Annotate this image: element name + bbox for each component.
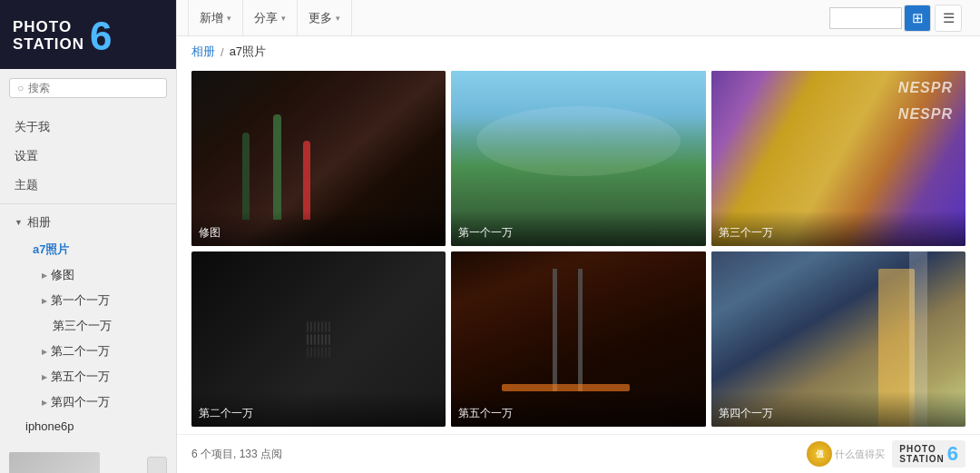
- photo-grid: 修图 第一个一万 NESPR NESPR 第三个一万: [177, 67, 980, 434]
- logo-text: PHOTOSTATION: [13, 19, 84, 53]
- logo-area: PHOTOSTATION 6: [0, 0, 176, 69]
- breadcrumb: 相册 / a7照片: [177, 36, 980, 67]
- more-caret: ▾: [336, 14, 340, 23]
- footer: 6 个项目, 133 点阅 值 什么值得买 PHOTOSTATION 6: [177, 434, 980, 473]
- sidebar-thumbnail: [9, 452, 100, 473]
- albums-triangle: ▼: [15, 218, 23, 227]
- photo-label-xiutu: 修图: [191, 211, 446, 246]
- logo-text-block: PHOTOSTATION: [13, 19, 84, 53]
- albums-label: 相册: [27, 214, 51, 231]
- photo-item-fourth10k[interactable]: 第四个一万: [711, 251, 965, 427]
- item-count: 6 个项目, 133 点阅: [191, 447, 282, 462]
- sub-album-third10k[interactable]: 第三个一万: [34, 313, 176, 339]
- zhihu-brand: 值 什么值得买: [807, 441, 885, 467]
- list-view-button[interactable]: ☰: [935, 5, 962, 32]
- grid-view-button[interactable]: ⊞: [904, 5, 931, 32]
- albums-section[interactable]: ▼ 相册: [0, 208, 176, 237]
- tri-icon: ▶: [42, 399, 47, 407]
- ps-logo-number: 6: [947, 444, 958, 464]
- photo-label-fifth10k: 第五个一万: [451, 391, 705, 427]
- topbar: 新增 ▾ 分享 ▾ 更多 ▾ ⊞ ☰: [177, 0, 980, 36]
- photo-item-third10k[interactable]: NESPR NESPR 第三个一万: [711, 71, 965, 246]
- search-box-container: ○: [0, 69, 176, 105]
- logo-number: 6: [90, 16, 112, 56]
- albums-sub: a7照片 ▶ 修图 ▶ 第一个一万 第三个一万 ▶ 第二个一万: [0, 237, 176, 438]
- breadcrumb-sep: /: [220, 45, 224, 59]
- topbar-input[interactable]: [829, 7, 902, 29]
- photo-item-first10k[interactable]: 第一个一万: [451, 71, 705, 246]
- search-wrapper[interactable]: ○: [9, 78, 167, 98]
- share-caret: ▾: [281, 14, 286, 23]
- collapse-button[interactable]: ‹: [147, 457, 167, 473]
- photo-item-fifth10k[interactable]: 第五个一万: [451, 251, 705, 427]
- iphone6p-album[interactable]: iphone6p: [25, 415, 176, 438]
- ps-logo-text: PHOTOSTATION: [899, 444, 944, 464]
- search-icon: ○: [17, 82, 24, 94]
- new-button[interactable]: 新增 ▾: [188, 0, 243, 36]
- photo-label-first10k: 第一个一万: [451, 211, 705, 246]
- new-caret: ▾: [227, 14, 231, 23]
- current-album-item[interactable]: a7照片: [25, 237, 176, 262]
- tri-icon: ▶: [42, 373, 47, 381]
- sub-album-xiutu[interactable]: ▶ 修图: [34, 262, 176, 288]
- photo-label-second10k: 第二个一万: [191, 391, 446, 427]
- sidebar-item-theme[interactable]: 主题: [0, 171, 176, 200]
- photo-station-badge: PHOTOSTATION 6: [892, 440, 965, 468]
- sub-album-fourth10k[interactable]: ▶ 第四个一万: [34, 389, 176, 415]
- tri-icon: ▶: [42, 271, 47, 280]
- sub-album-fifth10k[interactable]: ▶ 第五个一万: [34, 364, 176, 389]
- zhihu-text: 什么值得买: [835, 448, 885, 461]
- sidebar-footer: ‹: [0, 445, 176, 473]
- search-input[interactable]: [28, 82, 159, 94]
- tri-icon: ▶: [42, 297, 47, 305]
- sidebar-item-about[interactable]: 关于我: [0, 113, 176, 142]
- footer-right: 值 什么值得买 PHOTOSTATION 6: [807, 440, 965, 468]
- more-button[interactable]: 更多 ▾: [298, 0, 352, 36]
- sidebar: PHOTOSTATION 6 ○ 关于我 设置 主题 ▼ 相册 a7照片 ▶ 修…: [0, 0, 177, 473]
- photo-label-third10k: 第三个一万: [711, 211, 965, 246]
- photo-item-second10k[interactable]: 第二个一万: [191, 251, 446, 427]
- sub-albums: ▶ 修图 ▶ 第一个一万 第三个一万 ▶ 第二个一万 ▶ 第五个一万: [25, 262, 176, 415]
- nav-divider: [0, 203, 176, 204]
- sub-album-first10k[interactable]: ▶ 第一个一万: [34, 288, 176, 313]
- breadcrumb-current: a7照片: [230, 44, 266, 60]
- photo-item-xiutu[interactable]: 修图: [191, 71, 446, 246]
- main-content: 新增 ▾ 分享 ▾ 更多 ▾ ⊞ ☰ 相册 / a7照片: [177, 0, 980, 473]
- tri-icon: ▶: [42, 348, 47, 356]
- sidebar-nav: 关于我 设置 主题 ▼ 相册 a7照片 ▶ 修图 ▶ 第一个一万 第三个一万: [0, 105, 176, 445]
- breadcrumb-album-link[interactable]: 相册: [191, 44, 215, 60]
- zhihu-icon: 值: [807, 441, 832, 467]
- photo-label-fourth10k: 第四个一万: [711, 391, 965, 427]
- share-button[interactable]: 分享 ▾: [243, 0, 298, 36]
- sub-album-second10k[interactable]: ▶ 第二个一万: [34, 339, 176, 364]
- sidebar-item-settings[interactable]: 设置: [0, 142, 176, 171]
